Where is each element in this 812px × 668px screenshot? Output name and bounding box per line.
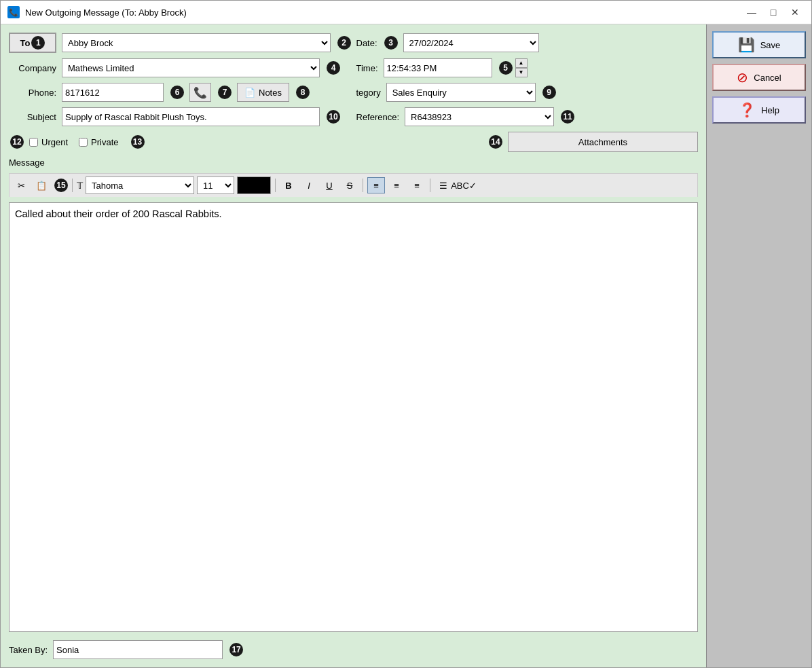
call-button[interactable]: 📞: [189, 83, 211, 102]
to-button-label: To: [20, 38, 31, 48]
time-label: Time:: [356, 63, 378, 73]
help-button[interactable]: ❓ Help: [712, 96, 806, 124]
time-spinner: ▲ ▼: [515, 58, 528, 77]
row-subject-reference: Subject 10 Reference: R6438923 11: [9, 107, 698, 126]
help-icon: ❓: [739, 102, 756, 118]
toolbar-separator-1: [72, 179, 73, 192]
bold-button[interactable]: B: [280, 177, 297, 193]
save-icon: 💾: [738, 37, 755, 53]
category-select[interactable]: Sales Enquiry: [386, 83, 536, 102]
badge-7: 7: [218, 86, 232, 99]
font-icon: 𝕋: [77, 181, 83, 191]
row-checkboxes-attachments: 12 Urgent Private 13 14 Attachments: [9, 132, 698, 152]
row-phone-notes-category: Phone: 6 📞 7 📄 Notes 8 tegory: [9, 83, 698, 102]
align-center-button[interactable]: ≡: [388, 177, 405, 193]
badge-11: 11: [561, 110, 574, 124]
badge-10: 10: [327, 110, 340, 124]
save-button[interactable]: 💾 Save: [712, 31, 806, 58]
align-left-button[interactable]: ≡: [367, 177, 385, 193]
reference-select[interactable]: R6438923: [405, 107, 554, 126]
time-up-button[interactable]: ▲: [515, 58, 528, 68]
window-title: New Outgoing Message (To: Abby Brock): [25, 7, 187, 18]
title-bar: 📞 New Outgoing Message (To: Abby Brock) …: [1, 1, 811, 24]
badge-15: 15: [54, 179, 68, 192]
private-checkbox-group: Private: [79, 137, 118, 147]
phone-label: Phone:: [9, 88, 56, 98]
taken-by-label: Taken By:: [9, 645, 48, 655]
toolbar-separator-3: [363, 179, 363, 192]
badge-14: 14: [489, 135, 502, 149]
date-label: Date:: [356, 38, 377, 48]
date-select[interactable]: 27/02/2024: [403, 33, 539, 52]
badge-4: 4: [327, 61, 340, 75]
copy-button[interactable]: 📋: [33, 177, 50, 193]
subject-input[interactable]: [62, 107, 320, 126]
bullet-list-button[interactable]: ☰: [435, 177, 452, 193]
size-select[interactable]: 11: [197, 177, 234, 194]
cancel-label: Cancel: [754, 73, 781, 83]
save-label: Save: [760, 40, 781, 50]
to-select[interactable]: Abby Brock: [62, 33, 331, 52]
attachments-button[interactable]: Attachments: [508, 132, 698, 152]
company-select[interactable]: Mathews Limited: [62, 58, 320, 77]
align-right-button[interactable]: ≡: [408, 177, 426, 193]
italic-button[interactable]: I: [300, 177, 318, 193]
badge-3: 3: [384, 36, 398, 50]
cancel-button[interactable]: ⊘ Cancel: [712, 64, 806, 91]
font-select[interactable]: Tahoma: [86, 177, 194, 194]
form-area: To 1 Abby Brock 2 Date: 3 27/02/2024: [1, 24, 706, 667]
taken-by-row: Taken By: 17: [9, 640, 698, 659]
taken-by-input[interactable]: [53, 640, 223, 659]
time-down-button[interactable]: ▼: [515, 68, 528, 77]
toolbar-separator-4: [430, 179, 430, 192]
badge-8: 8: [296, 86, 310, 99]
time-input[interactable]: [384, 58, 492, 77]
reference-label: Reference:: [356, 112, 400, 122]
badge-5: 5: [499, 61, 513, 75]
sidebar: 💾 Save ⊘ Cancel ❓ Help: [706, 24, 811, 667]
color-picker[interactable]: [237, 177, 271, 194]
maximize-button[interactable]: □: [764, 5, 783, 20]
minimize-button[interactable]: —: [742, 5, 761, 20]
spellcheck-button[interactable]: ABC✓: [455, 177, 473, 193]
badge-6: 6: [170, 86, 184, 99]
subject-label: Subject: [9, 112, 56, 122]
badge-1: 1: [31, 36, 45, 50]
notes-button[interactable]: 📄 Notes: [237, 83, 289, 102]
urgent-label: Urgent: [41, 137, 68, 147]
close-button[interactable]: ✕: [786, 5, 805, 20]
underline-button[interactable]: U: [320, 177, 338, 193]
strikethrough-button[interactable]: S: [341, 177, 358, 193]
urgent-checkbox-group: Urgent: [29, 137, 68, 147]
notes-label: Notes: [259, 88, 282, 98]
app-icon: 📞: [7, 6, 20, 18]
private-checkbox[interactable]: [79, 138, 88, 147]
toolbar-separator-2: [275, 179, 276, 192]
cut-button[interactable]: ✂: [12, 177, 30, 193]
private-label: Private: [91, 137, 118, 147]
badge-12: 12: [10, 135, 24, 149]
phone-icon: 📞: [193, 86, 207, 99]
category-label: tegory: [356, 88, 381, 98]
phone-input[interactable]: [62, 83, 164, 102]
message-toolbar: ✂ 📋 15 𝕋 Tahoma 11 B I U S ≡ ≡: [9, 173, 698, 197]
badge-9: 9: [542, 86, 556, 99]
badge-13: 13: [131, 135, 145, 149]
message-area[interactable]: Called about their order of 200 Rascal R…: [9, 202, 698, 632]
row-to-date: To 1 Abby Brock 2 Date: 3 27/02/2024: [9, 33, 698, 53]
cancel-icon: ⊘: [737, 69, 748, 86]
company-label: Company: [9, 63, 56, 73]
to-button[interactable]: To 1: [9, 33, 56, 53]
badge-2: 2: [337, 36, 351, 50]
message-label: Message: [9, 157, 698, 168]
badge-17: 17: [229, 643, 243, 656]
help-label: Help: [761, 105, 779, 115]
row-company-time: Company Mathews Limited 4 Time: 5 ▲ ▼: [9, 58, 698, 77]
notes-icon: 📄: [244, 88, 255, 98]
urgent-checkbox[interactable]: [29, 138, 38, 147]
